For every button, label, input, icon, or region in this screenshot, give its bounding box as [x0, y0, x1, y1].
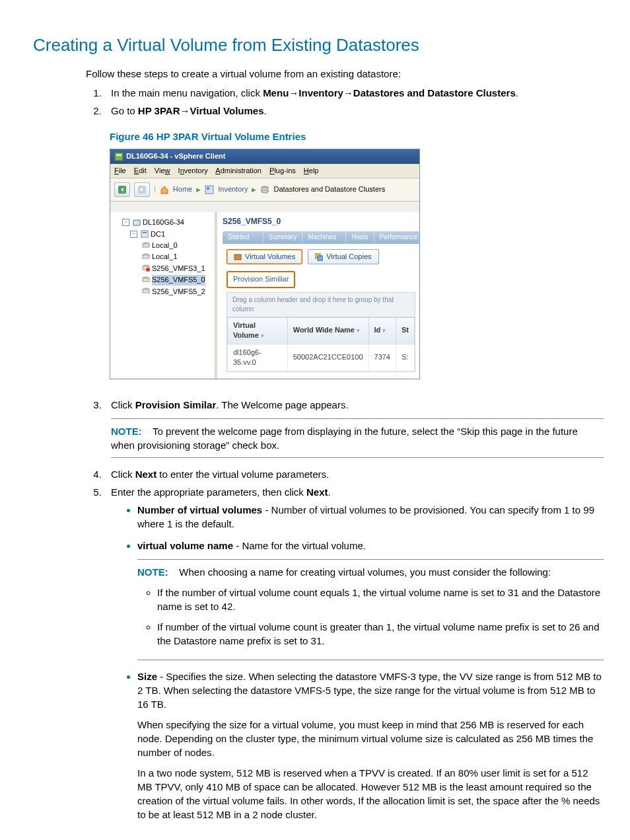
step3-prefix: Click — [111, 399, 135, 410]
col-virtual-volume[interactable]: Virtual Volume▾ — [228, 317, 288, 344]
tree-item-selected[interactable]: S256_VMFS5_0 — [142, 275, 212, 285]
button-row: Virtual Volumes Virtual Copies — [223, 244, 419, 270]
svg-rect-13 — [143, 244, 149, 247]
figure-caption: Figure 46 HP 3PAR Virtual Volume Entries — [110, 130, 604, 143]
menu-help[interactable]: Help — [304, 167, 319, 174]
step1-menu: Menu — [263, 87, 289, 98]
tree-label-selected: S256_VMFS5_0 — [152, 275, 205, 285]
window-title-text: DL160G6-34 - vSphere Client — [126, 151, 225, 161]
size-paragraph-3: In a two node system, 512 MB is reserved… — [137, 766, 604, 821]
svg-rect-25 — [318, 256, 323, 261]
menu-inventory[interactable]: Inventory — [178, 167, 208, 174]
page-title: Creating a Virtual Volume from Existing … — [33, 33, 604, 57]
step3-suffix: . The Welcome page appears. — [216, 399, 348, 410]
table-row[interactable]: dl160g6-35.vv.0 50002AC21CCE0100 7374 S: — [228, 344, 415, 371]
menu-admin[interactable]: Administration — [215, 167, 262, 174]
datastore-icon — [260, 185, 269, 194]
tree-label: Local_1 — [152, 252, 178, 262]
nav-forward-button[interactable] — [134, 182, 150, 197]
svg-rect-10 — [141, 231, 148, 237]
note-sublist: If the number of virtual volume count eq… — [137, 586, 604, 648]
filter-icon[interactable]: ▾ — [382, 327, 386, 334]
note-sub-a: If the number of virtual volume count eq… — [157, 586, 604, 613]
steps-list-cont: Click Provision Similar. The Welcome pag… — [86, 398, 604, 821]
copies-icon — [315, 253, 323, 261]
menu-view[interactable]: View — [155, 167, 170, 174]
grid-group-hint: Drag a column header and drop it here to… — [227, 293, 415, 317]
step2-hp3par: HP 3PAR — [138, 105, 180, 116]
col-wwn[interactable]: World Wide Name▾ — [287, 317, 368, 344]
col-st[interactable]: St — [396, 317, 415, 344]
svg-point-18 — [146, 268, 150, 272]
tree-datacenter[interactable]: - DC1 — [130, 229, 212, 239]
tree-item-vmfs3[interactable]: S256_VMFS3_1 — [142, 264, 212, 274]
filter-icon[interactable]: ▾ — [261, 332, 264, 339]
menu-plugins[interactable]: Plug-ins — [269, 167, 296, 174]
tree-dc-label: DC1 — [151, 229, 165, 239]
chevron-right-icon: ▶ — [196, 186, 201, 194]
param-label: virtual volume name — [137, 540, 233, 551]
note-text: To prevent the welcome page from display… — [111, 426, 578, 451]
tab-virtual-machines[interactable]: Virtual Machines — [302, 231, 346, 244]
home-icon[interactable] — [160, 185, 169, 194]
param-size: Size - Specifies the size. When selectin… — [137, 669, 604, 821]
breadcrumb-home[interactable]: Home — [173, 184, 192, 194]
chevron-right-icon: ▶ — [252, 186, 256, 194]
note-box-1: NOTE: To prevent the welcome page from d… — [111, 418, 604, 458]
steps-list: In the main menu navigation, click Menu→… — [86, 86, 604, 118]
svg-rect-0 — [115, 153, 123, 161]
window-titlebar: DL160G6-34 - vSphere Client — [110, 149, 419, 163]
step4-prefix: Click — [111, 469, 135, 480]
tab-row: Getting Started Summary Virtual Machines… — [223, 231, 419, 244]
col-id[interactable]: Id▾ — [368, 317, 396, 344]
breadcrumb-datastores[interactable]: Datastores and Datastore Clusters — [273, 184, 385, 194]
tree-root-label: DL160G6-34 — [143, 217, 184, 227]
virtual-copies-button[interactable]: Virtual Copies — [308, 249, 378, 264]
datastore-icon — [142, 242, 150, 250]
tab-summary[interactable]: Summary — [263, 231, 303, 244]
tab-getting-started[interactable]: Getting Started — [223, 231, 263, 244]
nav-back-button[interactable] — [114, 182, 130, 197]
vsphere-screenshot: DL160G6-34 - vSphere Client File Edit Vi… — [110, 149, 420, 379]
step3-action: Provision Similar — [135, 399, 217, 410]
menu-file[interactable]: File — [114, 167, 126, 174]
svg-rect-11 — [143, 232, 147, 233]
tree-item-local1[interactable]: Local_1 — [142, 252, 212, 262]
cell-vv: dl160g6-35.vv.0 — [228, 344, 288, 371]
menu-edit[interactable]: Edit — [134, 167, 147, 174]
datastore-alert-icon — [142, 264, 150, 272]
svg-rect-1 — [116, 154, 122, 156]
menu-bar: File Edit View Inventory Administration … — [110, 164, 419, 178]
tree-root[interactable]: - DL160G6-34 — [122, 217, 212, 227]
tree-item-vmfs5-2[interactable]: S256_VMFS5_2 — [142, 287, 212, 297]
param-num-volumes: Number of virtual volumes - Number of vi… — [137, 503, 604, 531]
svg-rect-15 — [143, 255, 149, 258]
data-grid: Drag a column header and drop it here to… — [227, 292, 415, 373]
note-text: When choosing a name for creating virtua… — [179, 566, 551, 578]
volume-icon — [234, 253, 242, 261]
tab-hosts[interactable]: Hosts — [346, 231, 374, 244]
datastore-icon — [142, 253, 150, 261]
step2-vv: Virtual Volumes — [190, 105, 264, 116]
note-label: NOTE: — [111, 426, 142, 437]
param-label: Size — [137, 671, 160, 682]
tree-label: S256_VMFS3_1 — [152, 264, 205, 274]
pane-title: S256_VMFS5_0 — [223, 216, 419, 227]
nav-tree: - DL160G6-34 - DC1 Local_0 Local_1 S256_… — [110, 212, 217, 379]
tab-performance[interactable]: Performance — [374, 231, 419, 244]
filter-icon[interactable]: ▾ — [357, 327, 360, 334]
step-2: Go to HP 3PAR→Virtual Volumes. — [104, 104, 604, 118]
provision-similar-button[interactable]: Provision Similiar — [227, 271, 295, 287]
cell-id: 7374 — [368, 344, 396, 371]
note-label: NOTE: — [137, 566, 168, 578]
toolbar: | Home ▶ Inventory ▶ Datastores and Data… — [110, 178, 419, 202]
datastore-icon — [142, 276, 150, 284]
breadcrumb-inventory[interactable]: Inventory — [218, 184, 248, 194]
note-box-2: NOTE: When choosing a name for creating … — [137, 559, 604, 660]
content-pane: S256_VMFS5_0 Getting Started Summary Vir… — [217, 212, 419, 379]
vv-button-label: Virtual Volumes — [245, 252, 295, 262]
size-paragraph-2: When specifying the size for a virtual v… — [137, 718, 604, 759]
server-icon — [133, 219, 141, 227]
virtual-volumes-button[interactable]: Virtual Volumes — [227, 249, 302, 264]
tree-item-local0[interactable]: Local_0 — [142, 241, 212, 250]
